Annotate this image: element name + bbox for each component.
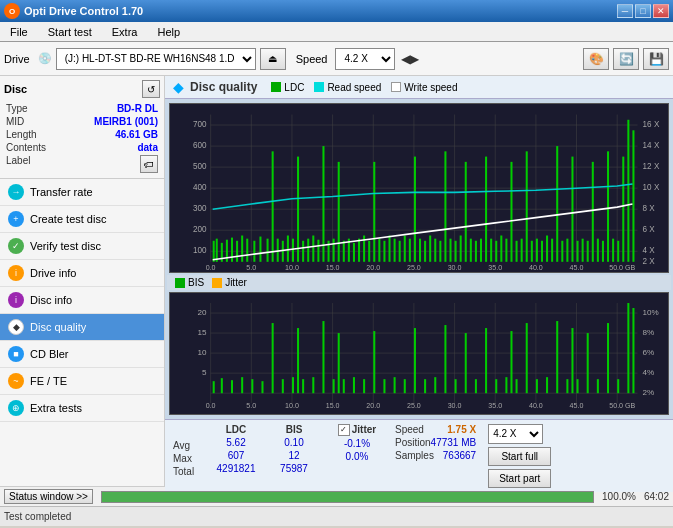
sidebar-item-verify-test-disc[interactable]: ✓ Verify test disc [0, 233, 164, 260]
maximize-button[interactable]: □ [635, 4, 651, 18]
svg-rect-84 [546, 236, 548, 262]
sidebar: Disc ↺ Type BD-R DL MID MEIRB1 (001) Len… [0, 76, 165, 486]
max-label: Max [173, 453, 203, 464]
close-button[interactable]: ✕ [653, 4, 669, 18]
sidebar-item-create-test-disc[interactable]: + Create test disc [0, 206, 164, 233]
svg-rect-71 [480, 239, 482, 262]
jitter-legend-dot [212, 278, 222, 288]
svg-text:35.0: 35.0 [488, 403, 502, 410]
svg-text:8%: 8% [643, 328, 655, 337]
speed-select[interactable]: 4.2 X [335, 48, 395, 70]
svg-rect-78 [516, 241, 518, 262]
svg-rect-27 [253, 241, 255, 262]
svg-text:15.0: 15.0 [326, 263, 340, 272]
svg-rect-173 [475, 379, 477, 393]
sidebar-nav: → Transfer rate + Create test disc ✓ Ver… [0, 179, 164, 486]
svg-rect-26 [246, 239, 248, 262]
disc-mid-label: MID [6, 116, 24, 127]
svg-text:50.0 GB: 50.0 GB [609, 263, 635, 272]
menu-file[interactable]: File [4, 24, 34, 40]
menu-start-test[interactable]: Start test [42, 24, 98, 40]
disc-type-label: Type [6, 103, 28, 114]
sidebar-item-disc-quality[interactable]: ◆ Disc quality [0, 314, 164, 341]
svg-text:200: 200 [193, 225, 207, 234]
svg-rect-175 [495, 379, 497, 393]
sidebar-item-cd-bler[interactable]: ■ CD Bler [0, 341, 164, 368]
panel-icon: ◆ [173, 79, 184, 95]
start-part-button[interactable]: Start part [488, 469, 551, 488]
disc-mid-row: MID MEIRB1 (001) [4, 115, 160, 128]
color-button[interactable]: 🎨 [583, 48, 609, 70]
disc-length-row: Length 46.61 GB [4, 128, 160, 141]
svg-rect-25 [241, 236, 243, 262]
speed-label: Speed [296, 53, 328, 65]
toolbar: Drive 💿 (J:) HL-DT-ST BD-RE WH16NS48 1.D… [0, 42, 673, 76]
disc-title: Disc [4, 83, 27, 95]
svg-rect-185 [577, 379, 579, 393]
app-title: Opti Drive Control 1.70 [24, 5, 143, 17]
svg-text:16 X: 16 X [643, 120, 660, 129]
drive-select[interactable]: (J:) HL-DT-ST BD-RE WH16NS48 1.D3 [56, 48, 256, 70]
speed-select-stat[interactable]: 4.2 X [488, 424, 543, 444]
svg-rect-50 [373, 162, 375, 262]
eject-button[interactable]: ⏏ [260, 48, 286, 70]
svg-rect-69 [470, 239, 472, 262]
svg-rect-148 [241, 377, 243, 393]
sidebar-item-label: Drive info [30, 267, 76, 279]
jitter-checkbox[interactable]: ✓ [338, 424, 350, 436]
disc-contents-label: Contents [6, 142, 46, 153]
sidebar-item-label: CD Bler [30, 348, 69, 360]
svg-rect-55 [399, 241, 401, 262]
refresh-button[interactable]: 🔄 [613, 48, 639, 70]
svg-text:400: 400 [193, 183, 207, 192]
sidebar-item-transfer-rate[interactable]: → Transfer rate [0, 179, 164, 206]
svg-text:45.0: 45.0 [570, 403, 584, 410]
svg-rect-161 [353, 377, 355, 393]
svg-text:45.0: 45.0 [570, 263, 584, 272]
bis-col-label: BIS [286, 424, 303, 435]
svg-rect-51 [378, 239, 380, 262]
save-button[interactable]: 💾 [643, 48, 669, 70]
svg-rect-156 [312, 377, 314, 393]
svg-rect-24 [236, 241, 238, 262]
create-test-disc-icon: + [8, 211, 24, 227]
menu-help[interactable]: Help [151, 24, 186, 40]
svg-text:35.0: 35.0 [488, 263, 502, 272]
status-window-button[interactable]: Status window >> [4, 489, 93, 504]
svg-text:15: 15 [198, 328, 208, 337]
svg-text:25.0: 25.0 [407, 263, 421, 272]
jitter-max-value: 0.0% [346, 451, 369, 462]
svg-text:700: 700 [193, 120, 207, 129]
disc-length-value: 46.61 GB [115, 129, 158, 140]
svg-text:30.0: 30.0 [448, 263, 462, 272]
sidebar-item-label: Create test disc [30, 213, 106, 225]
svg-rect-49 [368, 241, 370, 262]
svg-rect-179 [526, 323, 528, 393]
ldc-col-label: LDC [226, 424, 247, 435]
svg-rect-23 [231, 238, 233, 262]
menu-extra[interactable]: Extra [106, 24, 144, 40]
ldc-chart: 700 600 500 400 300 200 100 16 X 14 X 12… [169, 103, 669, 273]
sidebar-item-disc-info[interactable]: i Disc info [0, 287, 164, 314]
ldc-avg-value: 5.62 [226, 437, 245, 448]
svg-rect-151 [272, 323, 274, 393]
svg-text:5.0: 5.0 [246, 263, 256, 272]
svg-rect-172 [465, 333, 467, 393]
svg-text:10.0: 10.0 [285, 263, 299, 272]
sidebar-item-drive-info[interactable]: i Drive info [0, 260, 164, 287]
svg-text:20: 20 [198, 308, 208, 317]
disc-refresh-button[interactable]: ↺ [142, 80, 160, 98]
disc-label-icon-button[interactable]: 🏷 [140, 155, 158, 173]
svg-rect-57 [409, 239, 411, 262]
sidebar-item-label: Disc info [30, 294, 72, 306]
svg-rect-154 [297, 328, 299, 393]
svg-text:10.0: 10.0 [285, 403, 299, 410]
sidebar-item-extra-tests[interactable]: ⊕ Extra tests [0, 395, 164, 422]
start-full-button[interactable]: Start full [488, 447, 551, 466]
svg-rect-39 [317, 240, 319, 262]
svg-rect-180 [536, 379, 538, 393]
sidebar-item-fe-te[interactable]: ~ FE / TE [0, 368, 164, 395]
svg-rect-146 [221, 378, 223, 393]
menu-bar: File Start test Extra Help [0, 22, 673, 42]
minimize-button[interactable]: ─ [617, 4, 633, 18]
